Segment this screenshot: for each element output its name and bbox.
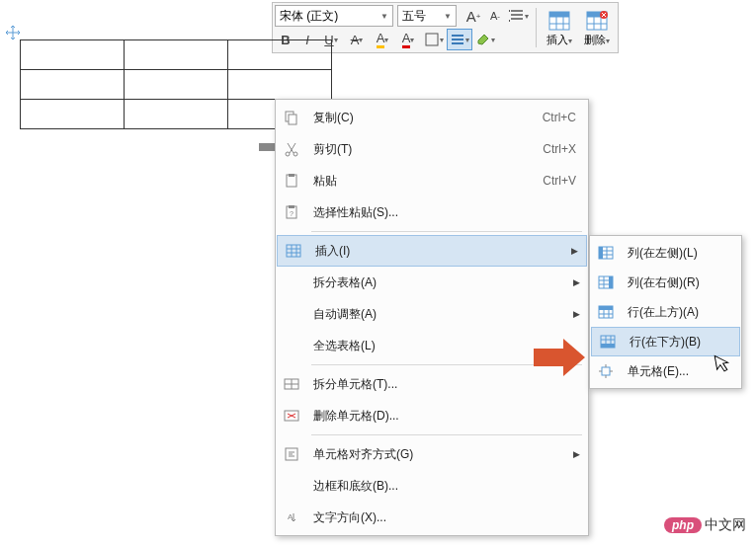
menu-borders-shading[interactable]: 边框和底纹(B)... [276, 470, 588, 502]
border-button[interactable]: ▾ [421, 29, 447, 50]
svg-rect-23 [609, 276, 613, 288]
submenu-arrow-icon: ▶ [571, 246, 578, 256]
table-icon [282, 239, 305, 263]
decrease-font-button[interactable]: A- [484, 5, 506, 27]
menu-label: 复制(C) [313, 110, 543, 126]
menu-label: 拆分单元格(T)... [313, 376, 580, 393]
table-icon [547, 9, 571, 33]
dropdown-icon: ▼ [444, 12, 452, 21]
highlight-button[interactable]: A▾ [370, 29, 395, 50]
watermark: php 中文网 [664, 516, 746, 534]
table-move-handle[interactable] [6, 26, 20, 39]
svg-rect-0 [426, 34, 438, 45]
text-direction-icon: A [280, 506, 303, 529]
svg-rect-13 [289, 205, 294, 208]
increase-font-button[interactable]: A+ [462, 5, 484, 27]
insert-label: 插入 [546, 34, 568, 45]
paste-special-icon: ? [280, 200, 303, 224]
submenu-column-right[interactable]: 列(在右侧)(R) [590, 268, 741, 297]
delete-table-button[interactable]: 删除▾ [578, 7, 616, 49]
font-color-button[interactable]: A▾ [395, 29, 421, 50]
menu-label: 删除单元格(D)... [313, 408, 580, 425]
svg-rect-25 [599, 306, 613, 310]
menu-label: 文字方向(X)... [313, 509, 580, 526]
menu-label: 选择性粘贴(S)... [313, 204, 580, 221]
menu-label: 边框和底纹(B)... [313, 478, 580, 495]
submenu-row-above[interactable]: 行(在上方)(A) [590, 297, 741, 327]
svg-rect-7 [289, 115, 296, 124]
svg-rect-15 [287, 245, 300, 257]
font-size-select[interactable]: 五号 ▼ [397, 5, 457, 27]
cut-icon [280, 137, 303, 161]
context-menu: 复制(C) Ctrl+C 剪切(T) Ctrl+X 粘贴 Ctrl+V ? 选择… [275, 99, 589, 536]
menu-shortcut: Ctrl+V [543, 174, 576, 188]
insert-row-below-icon [596, 330, 620, 353]
menu-label: 单元格对齐方式(G) [313, 446, 573, 463]
insert-col-right-icon [594, 271, 618, 294]
menu-insert[interactable]: 插入(I) ▶ [277, 235, 587, 267]
blank-icon [280, 474, 303, 498]
dropdown-icon: ▾ [525, 12, 529, 21]
menu-separator [311, 231, 582, 232]
menu-shortcut: Ctrl+X [543, 142, 576, 156]
split-cells-icon [280, 372, 303, 396]
dropdown-icon: ▼ [380, 12, 388, 21]
menu-paste[interactable]: 粘贴 Ctrl+V [276, 165, 588, 196]
menu-delete-cells[interactable]: 删除单元格(D)... [276, 400, 588, 431]
submenu-label: 行(在上方)(A) [628, 304, 733, 321]
strikethrough-button[interactable]: A▾ [344, 29, 370, 50]
font-size-value: 五号 [402, 8, 426, 25]
menu-label: 剪切(T) [313, 141, 543, 158]
format-painter-button[interactable]: ▾ [472, 29, 498, 50]
alignment-icon [280, 442, 303, 466]
blank-icon [280, 271, 303, 294]
delete-table-icon [585, 9, 609, 33]
menu-text-direction[interactable]: A 文字方向(X)... [276, 502, 588, 533]
watermark-pill: php [664, 517, 702, 533]
insert-cell-icon [594, 359, 618, 383]
svg-text:?: ? [290, 210, 294, 217]
svg-rect-21 [599, 247, 603, 259]
delete-cells-icon [280, 404, 303, 428]
watermark-text: 中文网 [705, 516, 746, 534]
svg-point-8 [286, 152, 290, 156]
svg-rect-28 [602, 367, 610, 375]
menu-shortcut: Ctrl+C [543, 111, 576, 124]
copy-icon [280, 106, 303, 129]
submenu-label: 行(在下方)(B) [630, 334, 731, 351]
svg-point-9 [294, 152, 297, 156]
paste-icon [280, 169, 303, 193]
menu-split-cells[interactable]: 拆分单元格(T)... [276, 368, 588, 400]
align-button[interactable]: ▾ [447, 29, 472, 50]
svg-rect-2 [549, 12, 569, 17]
menu-cut[interactable]: 剪切(T) Ctrl+X [276, 133, 588, 165]
menu-paste-special[interactable]: ? 选择性粘贴(S)... [276, 196, 588, 228]
menu-split-table[interactable]: 拆分表格(A) ▶ [276, 267, 588, 298]
line-spacing-button[interactable]: ▾ [506, 5, 532, 27]
submenu-column-left[interactable]: 列(在左侧)(L) [590, 238, 741, 268]
menu-label: 自动调整(A) [313, 306, 573, 323]
submenu-row-below[interactable]: 行(在下方)(B) [591, 327, 740, 356]
insert-col-left-icon [594, 241, 618, 265]
font-name-select[interactable]: 宋体 (正文) ▼ [275, 5, 393, 27]
menu-copy[interactable]: 复制(C) Ctrl+C [276, 102, 588, 133]
separator [536, 8, 537, 47]
menu-label: 插入(I) [315, 243, 571, 260]
submenu-arrow-icon: ▶ [573, 277, 580, 287]
submenu-arrow-icon: ▶ [573, 449, 580, 459]
blank-icon [280, 302, 303, 326]
svg-rect-27 [601, 344, 615, 348]
submenu-label: 列(在左侧)(L) [628, 245, 733, 262]
font-name-value: 宋体 (正文) [280, 8, 338, 25]
delete-label: 删除 [584, 34, 606, 45]
menu-separator [311, 434, 582, 435]
blank-icon [280, 334, 303, 357]
submenu-label: 列(在右侧)(R) [628, 274, 733, 291]
menu-cell-alignment[interactable]: 单元格对齐方式(G) ▶ [276, 438, 588, 470]
svg-rect-11 [289, 174, 294, 177]
menu-label: 粘贴 [313, 173, 543, 190]
menu-label: 拆分表格(A) [313, 274, 573, 291]
submenu-arrow-icon: ▶ [573, 309, 580, 319]
menu-autofit[interactable]: 自动调整(A) ▶ [276, 298, 588, 330]
insert-table-button[interactable]: 插入▾ [541, 7, 578, 49]
